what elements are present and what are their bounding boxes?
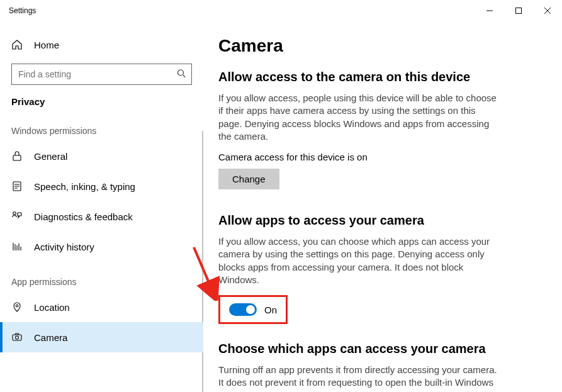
sidebar-item-diagnostics[interactable]: Diagnostics & feedback <box>0 201 203 232</box>
group-app-permissions: App permissions <box>0 262 203 292</box>
toggle-knob <box>246 305 255 314</box>
window-controls <box>475 0 562 21</box>
close-button[interactable] <box>533 0 562 21</box>
svg-point-6 <box>16 305 18 307</box>
sidebar-item-label: General <box>34 151 67 162</box>
location-icon <box>11 301 23 313</box>
home-label: Home <box>34 40 59 50</box>
section-heading-device-access: Allow access to the camera on this devic… <box>218 70 544 84</box>
feedback-icon <box>11 211 23 222</box>
sidebar-item-label: Activity history <box>34 242 94 252</box>
sidebar-item-label: Diagnostics & feedback <box>34 211 133 222</box>
home-icon <box>11 39 23 50</box>
sidebar-item-label: Location <box>34 302 70 313</box>
minimize-button[interactable] <box>475 0 504 21</box>
section-desc: If you allow access, people using this d… <box>218 92 502 143</box>
svg-rect-5 <box>18 213 21 216</box>
sidebar-item-activity[interactable]: Activity history <box>0 232 203 262</box>
svg-rect-0 <box>516 8 522 13</box>
sidebar-item-location[interactable]: Location <box>0 292 203 322</box>
svg-point-8 <box>16 336 19 339</box>
section-desc: If you allow access, you can choose whic… <box>218 235 502 286</box>
section-heading-choose-apps: Choose which apps can access your camera <box>218 342 544 356</box>
clipboard-icon <box>11 181 23 192</box>
svg-point-4 <box>13 212 16 215</box>
search-input[interactable] <box>11 64 192 85</box>
change-button[interactable]: Change <box>218 169 279 189</box>
device-access-status: Camera access for this device is on <box>218 152 544 162</box>
svg-rect-2 <box>13 155 21 160</box>
section-desc: Turning off an app prevents it from dire… <box>218 364 502 389</box>
privacy-category: Privacy <box>0 90 203 111</box>
window-title: Settings <box>9 6 36 15</box>
toggle-state-label: On <box>264 305 277 315</box>
sidebar-item-label: Speech, inking, & typing <box>34 181 135 192</box>
section-heading-apps-access: Allow apps to access your camera <box>218 213 544 228</box>
toggle-highlight: On <box>218 295 288 324</box>
titlebar: Settings <box>0 0 562 21</box>
sidebar-item-speech[interactable]: Speech, inking, & typing <box>0 171 203 201</box>
main-content: Camera Allow access to the camera on thi… <box>203 21 562 392</box>
sidebar-item-camera[interactable]: Camera <box>0 322 203 352</box>
sidebar-item-general[interactable]: General <box>0 141 203 171</box>
camera-icon <box>11 332 23 343</box>
activity-icon <box>11 241 23 252</box>
maximize-button[interactable] <box>504 0 533 21</box>
apps-access-toggle[interactable] <box>229 303 257 316</box>
sidebar-item-label: Camera <box>34 332 67 343</box>
home-link[interactable]: Home <box>0 32 203 57</box>
page-title: Camera <box>218 36 544 56</box>
svg-rect-7 <box>13 335 21 340</box>
group-windows-permissions: Windows permissions <box>0 111 203 141</box>
sidebar: Home Privacy Windows permissions General… <box>0 21 203 392</box>
lock-icon <box>11 150 23 162</box>
